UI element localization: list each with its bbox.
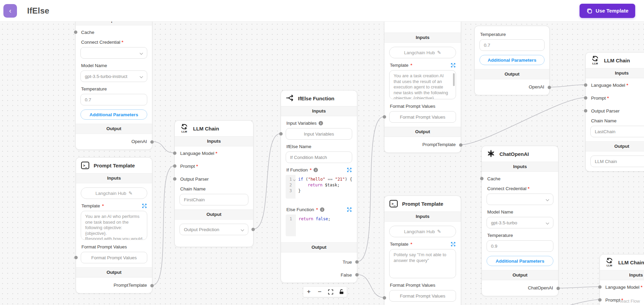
- model-name-select[interactable]: gpt-3.5-turbo: [487, 217, 553, 228]
- node-prompt-template-bottom[interactable]: >_ Prompt Template Inputs Langchain Hub✎…: [384, 196, 461, 305]
- edge-prompttemplate-to-prompt[interactable]: [152, 166, 174, 285]
- edge-openai-to-languagemodel[interactable]: [152, 142, 174, 153]
- additional-parameters-button[interactable]: Additional Parameters: [487, 256, 553, 266]
- output-prediction-select[interactable]: Output Prediction: [179, 224, 248, 235]
- prompt-input-handle[interactable]: [598, 298, 602, 302]
- temperature-input[interactable]: 0.9: [487, 240, 553, 252]
- use-template-button[interactable]: Use Template: [580, 4, 635, 18]
- edge-true-to-formatpromptvalues-top[interactable]: [357, 117, 384, 262]
- llm-chain-icon: LLM: [591, 55, 600, 66]
- openai-output-anchor: OpenAI: [475, 79, 549, 96]
- prompt-port-label: Prompt *: [180, 163, 248, 169]
- additional-parameters-button[interactable]: Additional Parameters: [80, 109, 147, 120]
- output-parser-input-handle[interactable]: [584, 109, 587, 113]
- cache-input-handle[interactable]: [480, 177, 484, 180]
- back-button[interactable]: ‹: [3, 4, 17, 18]
- langchain-hub-button[interactable]: Langchain Hub✎: [81, 187, 147, 199]
- template-textarea[interactable]: Politely say "I'm not able to answer the…: [389, 249, 456, 278]
- model-name-select[interactable]: gpt-3.5-turbo-instruct: [80, 70, 147, 82]
- openai-output-handle[interactable]: [548, 86, 551, 89]
- prompttemplate-output-handle[interactable]: [459, 143, 462, 147]
- chain-name-label: Chain Name: [591, 118, 644, 124]
- expand-icon[interactable]: [142, 204, 147, 208]
- else-function-label: Else Function *i: [286, 207, 324, 212]
- langchain-hub-button[interactable]: Langchain Hub✎: [389, 226, 456, 237]
- node-llm-chain-center[interactable]: LLM LLM Chain Inputs Language Model * Pr…: [174, 120, 253, 247]
- credential-select[interactable]: [80, 47, 147, 59]
- credential-select[interactable]: [487, 194, 553, 205]
- scrollbar-thumb[interactable]: [453, 73, 455, 86]
- format-prompt-values-input-handle[interactable]: [383, 296, 386, 300]
- else-function-code-editor[interactable]: 1 return false;: [286, 215, 352, 236]
- false-output-handle[interactable]: [355, 273, 359, 277]
- node-llm-chain-bottom[interactable]: LLM LLM Chain Inputs Language Model * Pr…: [600, 254, 644, 305]
- if-function-code-editor[interactable]: 1 2 3 if ("hello" == "21") { return $tas…: [286, 175, 352, 199]
- output-parser-port-label: Output Parser: [591, 108, 644, 114]
- node-prompt-template-left[interactable]: >_ Prompt Template Inputs Langchain Hub✎…: [76, 157, 152, 293]
- lock-button[interactable]: [336, 287, 347, 297]
- prompt-input-handle[interactable]: [173, 164, 176, 168]
- output-parser-input-handle[interactable]: [173, 177, 176, 181]
- input-variables-label: Input Variablesi: [286, 120, 352, 126]
- flow-canvas[interactable]: Inputs Cache Connect Credential * Model …: [0, 22, 644, 305]
- node-prompt-template-top[interactable]: Inputs Langchain Hub✎ Template * You are…: [384, 22, 461, 153]
- edge-chatopenai-to-languagemodel-bottom[interactable]: [558, 287, 600, 288]
- node-header: >_ Prompt Template: [384, 196, 461, 211]
- expand-icon[interactable]: [347, 207, 352, 212]
- edge-false-to-formatpromptvalues-bottom[interactable]: [357, 274, 384, 298]
- template-label: Template *: [390, 62, 412, 68]
- node-llm-chain-right[interactable]: LLM LLM Chain Inputs Language Model * Pr…: [585, 52, 644, 171]
- ifelse-name-input[interactable]: If Condition Match: [286, 151, 352, 163]
- if-function-label: If Function *i: [286, 167, 318, 173]
- input-variables-input[interactable]: Input Variables: [286, 128, 352, 140]
- edge-openai-to-languagemodel-right[interactable]: [550, 85, 585, 87]
- model-name-label: Model Name: [81, 63, 147, 68]
- prompttemplate-output-anchor: PromptTemplate: [384, 137, 461, 153]
- true-output-handle[interactable]: [355, 260, 359, 264]
- inputs-section: Inputs: [76, 22, 152, 25]
- node-ifelse-function[interactable]: IfElse Function Inputs Input Variablesi …: [281, 90, 357, 283]
- node-chat-openai[interactable]: ChatOpenAI Inputs Cache Connect Credenti…: [481, 146, 558, 296]
- openai-output-handle[interactable]: [150, 140, 154, 144]
- fold-caret-icon[interactable]: [293, 179, 296, 181]
- language-model-input-handle[interactable]: [598, 285, 602, 289]
- language-model-port-label: Language Model *: [591, 82, 644, 88]
- node-openai-left[interactable]: Inputs Cache Connect Credential * Model …: [75, 22, 152, 150]
- edge-prompttemplate-to-prompt-right[interactable]: [461, 98, 585, 145]
- edge-offscreen-to-prompt-bottom[interactable]: [485, 300, 600, 305]
- prompt-input-handle[interactable]: [584, 96, 587, 100]
- llmchain-output-handle[interactable]: [251, 228, 255, 231]
- zoom-out-button[interactable]: −: [314, 287, 325, 297]
- format-prompt-values-input-handle[interactable]: [74, 256, 78, 259]
- expand-icon[interactable]: [451, 242, 455, 246]
- node-title: Prompt Template: [94, 163, 135, 168]
- expand-icon[interactable]: [451, 63, 455, 67]
- temperature-input[interactable]: 0.7: [80, 94, 147, 105]
- format-prompt-values-input[interactable]: Format Prompt Values: [389, 111, 456, 123]
- edge-outputprediction-to-inputvariables[interactable]: [253, 134, 281, 229]
- prompttemplate-output-handle[interactable]: [150, 284, 154, 287]
- code-gutter: 1 2 3: [286, 175, 296, 199]
- fit-view-button[interactable]: [325, 287, 336, 297]
- model-name-label: Model Name: [487, 209, 553, 215]
- format-prompt-values-input[interactable]: Format Prompt Values: [81, 252, 147, 263]
- template-textarea[interactable]: You are a task creation AI that uses the…: [389, 70, 456, 99]
- format-prompt-values-input[interactable]: Format Prompt Values: [389, 290, 456, 302]
- zoom-in-button[interactable]: +: [303, 287, 314, 297]
- expand-icon[interactable]: [347, 168, 352, 172]
- chatopenai-output-handle[interactable]: [556, 287, 560, 290]
- language-model-input-handle[interactable]: [173, 151, 176, 155]
- llm-chain-output-select[interactable]: LLM Chain: [590, 156, 644, 167]
- node-openai-right[interactable]: Temperature 0.7 Additional Parameters Ou…: [474, 26, 550, 95]
- cache-input-handle[interactable]: [74, 30, 77, 34]
- info-icon: i: [319, 121, 323, 125]
- chain-name-input[interactable]: LastChain: [590, 126, 644, 137]
- template-textarea[interactable]: You are an AI who performs one task base…: [81, 211, 147, 240]
- format-prompt-values-input-handle[interactable]: [383, 115, 386, 119]
- temperature-input[interactable]: 0.7: [479, 39, 545, 51]
- input-variables-input-handle[interactable]: [279, 132, 283, 136]
- langchain-hub-button[interactable]: Langchain Hub✎: [389, 47, 456, 58]
- language-model-input-handle[interactable]: [584, 83, 587, 87]
- chain-name-input[interactable]: FirstChain: [179, 194, 248, 205]
- additional-parameters-button[interactable]: Additional Parameters: [479, 55, 545, 65]
